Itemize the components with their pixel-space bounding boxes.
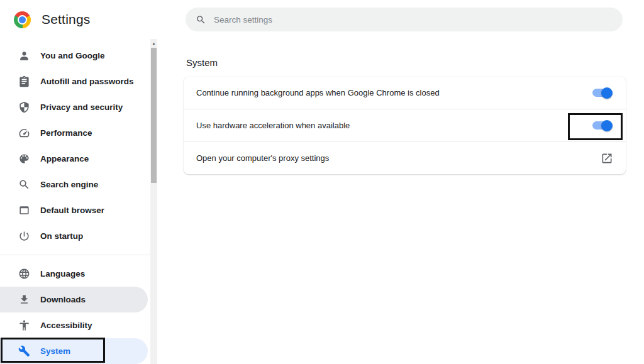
settings-search-bar[interactable] (186, 8, 623, 31)
setting-label: Open your computer's proxy settings (196, 153, 329, 163)
clipboard-icon (18, 75, 30, 88)
chrome-logo-icon (14, 11, 31, 28)
browser-window-icon (18, 204, 30, 217)
external-link-icon[interactable] (601, 152, 613, 165)
sidebar-item-label: Appearance (40, 154, 89, 163)
page-title: Settings (42, 12, 90, 27)
power-icon (18, 230, 30, 243)
sidebar-item-system[interactable]: System (0, 338, 148, 364)
magnifier-icon (18, 179, 30, 191)
search-icon (196, 14, 206, 25)
background-apps-toggle[interactable] (592, 89, 611, 97)
setting-row-background-apps: Continue running background apps when Go… (184, 77, 626, 109)
wrench-icon (18, 345, 30, 358)
sidebar-item-on-startup[interactable]: On startup (0, 223, 148, 249)
search-input[interactable] (214, 15, 613, 25)
section-title: System (186, 57, 218, 68)
toggle-knob (601, 120, 613, 131)
app-header: Settings (0, 0, 157, 39)
sidebar-item-search-engine[interactable]: Search engine (0, 172, 148, 197)
sidebar-item-label: Performance (40, 128, 92, 138)
setting-label: Use hardware acceleration when available (196, 121, 350, 130)
setting-label: Continue running background apps when Go… (196, 88, 440, 97)
sidebar-item-performance[interactable]: Performance (0, 120, 148, 146)
scrollbar-thumb[interactable] (151, 48, 157, 183)
sidebar-item-label: Autofill and passwords (40, 77, 134, 86)
toggle-knob (601, 87, 613, 99)
sidebar-item-label: System (40, 346, 70, 356)
setting-row-hardware-acceleration: Use hardware acceleration when available (184, 109, 626, 141)
person-icon (18, 50, 30, 62)
sidebar-item-label: Accessibility (40, 321, 92, 330)
globe-icon (18, 268, 30, 280)
sidebar-item-you-and-google[interactable]: You and Google (0, 43, 148, 69)
setting-row-proxy-settings[interactable]: Open your computer's proxy settings (184, 141, 626, 174)
sidebar-item-label: You and Google (40, 51, 105, 60)
sidebar-item-accessibility[interactable]: Accessibility (0, 312, 148, 338)
sidebar-item-label: On startup (40, 231, 83, 241)
shield-icon (18, 101, 30, 114)
sidebar-item-label: Downloads (40, 295, 86, 304)
sidebar-item-languages[interactable]: Languages (0, 261, 148, 287)
sidebar-item-appearance[interactable]: Appearance (0, 146, 148, 172)
sidebar-item-autofill-and-passwords[interactable]: Autofill and passwords (0, 69, 148, 94)
sidebar-item-label: Default browser (40, 206, 104, 215)
sidebar-item-label: Privacy and security (40, 102, 123, 112)
system-settings-card: Continue running background apps when Go… (184, 77, 626, 174)
sidebar-item-default-browser[interactable]: Default browser (0, 197, 148, 223)
settings-sidebar: You and Google Autofill and passwords Pr… (0, 43, 157, 364)
sidebar-item-downloads[interactable]: Downloads (0, 287, 148, 312)
scrollbar-track[interactable]: ▲ (150, 39, 157, 364)
accessibility-icon (18, 319, 30, 332)
palette-icon (18, 153, 30, 165)
speedometer-icon (18, 127, 30, 140)
scrollbar-up-arrow[interactable]: ▲ (150, 39, 157, 47)
sidebar-divider (0, 255, 157, 255)
sidebar-item-label: Search engine (40, 180, 98, 189)
sidebar-item-privacy-and-security[interactable]: Privacy and security (0, 94, 148, 120)
download-icon (18, 294, 30, 306)
sidebar-item-label: Languages (40, 269, 85, 279)
hardware-acceleration-toggle[interactable] (592, 121, 611, 130)
